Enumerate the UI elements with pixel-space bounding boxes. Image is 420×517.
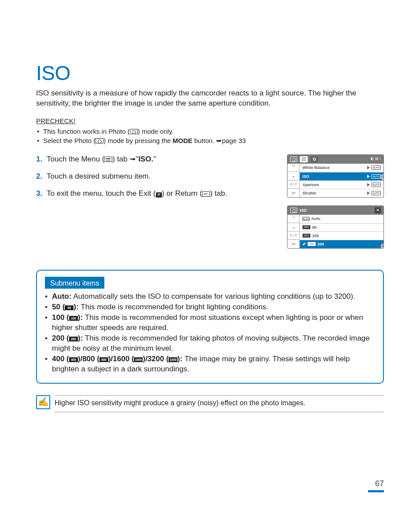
scroll-up-button[interactable]: ⌃	[287, 164, 300, 172]
page-indicator: 2 / 7	[287, 180, 300, 188]
note-icon: ✍	[36, 395, 50, 409]
close-button[interactable]: ✕	[375, 207, 381, 213]
scroll-up-button[interactable]: ⌃	[287, 215, 300, 223]
submenu-item-auto: Auto: Automatically sets the ISO to comp…	[45, 292, 375, 302]
precheck-item: This function works in Photo () mode onl…	[36, 127, 384, 136]
submenu-items-heading: Submenu items	[45, 277, 104, 289]
iso-option-100[interactable]: ISO 100100	[300, 231, 383, 240]
return-icon	[202, 191, 210, 197]
note-text: Higher ISO sensitivity might produce a g…	[55, 395, 384, 413]
submenu-item-50: 50 (50): This mode is recommended for br…	[45, 302, 375, 312]
camera-icon	[290, 208, 297, 213]
menu-icon	[104, 157, 112, 162]
camera-icon	[290, 157, 297, 162]
submenu-title: ISO	[300, 208, 307, 213]
iso-option-50[interactable]: ISO 5050	[300, 223, 383, 231]
menu-row-shutter[interactable]: ShutterAUTO	[300, 189, 383, 197]
precheck-item: Select the Photo () mode by pressing the…	[36, 136, 384, 145]
step-1: 1. Touch the Menu () tab ➟"ISO."	[36, 154, 278, 165]
submenu-items-box: Submenu items Auto: Automatically sets t…	[36, 270, 384, 384]
menu-row-iso[interactable]: ISOAUTO	[300, 172, 383, 180]
menu-row-aperture[interactable]: ApertureAUTO	[300, 180, 383, 189]
submenu-item-200: 200 (200): This mode is recommended for …	[45, 334, 375, 354]
return-button[interactable]: ↩	[287, 239, 300, 248]
camera-icon	[130, 129, 138, 134]
submenu-item-100: 100 (100): This mode is recommended for …	[45, 313, 375, 333]
status-icons: ◧ ▥ ⟟	[371, 157, 381, 161]
iso-option-200[interactable]: ✔ISO 200200	[300, 240, 383, 248]
precheck-heading: PRECHECK!	[36, 117, 384, 125]
exit-icon	[156, 192, 162, 198]
submenu-item-high: 400 (400)/800 (800)/1600 (1600)/3200 (32…	[45, 354, 375, 374]
precheck-list: This function works in Photo () mode onl…	[36, 127, 384, 146]
iso-option-auto[interactable]: AUTOAuto	[300, 215, 383, 223]
steps-list: 1. Touch the Menu () tab ➟"ISO." 2. Touc…	[36, 154, 278, 206]
menu-screenshot-1: ✿ ◧ ▥ ⟟ ⌃ ⌄ 2 / 7 ↩ White BalanceAUTO IS…	[287, 154, 384, 198]
note-box: ✍ Higher ISO sensitivity might produce a…	[36, 395, 384, 413]
settings-tab-icon: ✿	[310, 156, 318, 162]
camera-icon	[96, 138, 103, 143]
return-button[interactable]: ↩	[287, 188, 300, 197]
scroll-down-button[interactable]: ⌄	[287, 223, 300, 231]
intro-text: ISO sensitivity is a measure of how rapi…	[36, 88, 384, 109]
scroll-down-button[interactable]: ⌄	[287, 172, 300, 180]
page-number: 67	[368, 478, 384, 492]
step-3: 3. To exit the menu, touch the Exit () o…	[36, 189, 278, 199]
menu-screenshot-2: ISO ✕ ⌃ ⌄ 1 / 2 ↩ AUTOAuto ISO 5050 ISO …	[287, 205, 384, 249]
menu-tab-icon	[300, 156, 308, 162]
page-title: ISO	[36, 59, 384, 87]
menu-row-white-balance[interactable]: White BalanceAUTO	[300, 164, 383, 172]
step-2: 2. Touch a desired submenu item.	[36, 172, 278, 182]
page-indicator: 1 / 2	[287, 231, 300, 239]
